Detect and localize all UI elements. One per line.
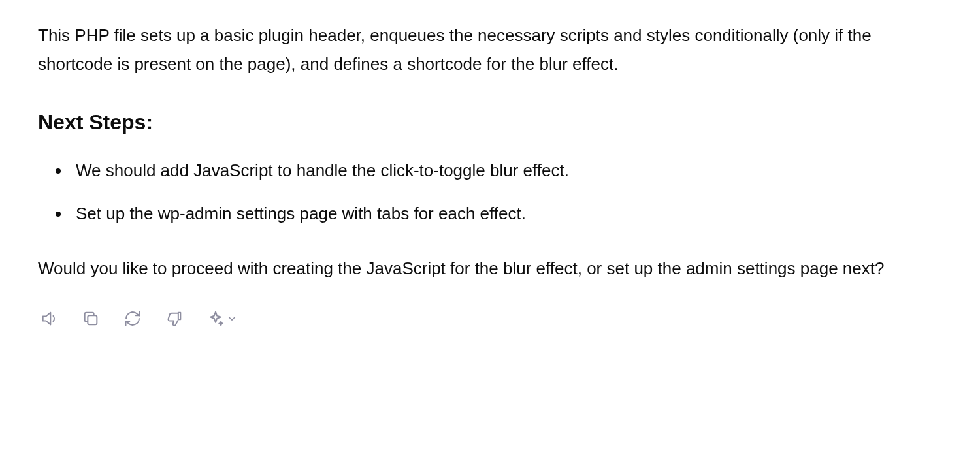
list-item: Set up the wp-admin settings page with t… xyxy=(71,199,942,228)
regenerate-button[interactable] xyxy=(123,309,142,328)
chevron-down-icon xyxy=(226,313,238,324)
thumbs-down-icon xyxy=(165,309,184,328)
bad-response-button[interactable] xyxy=(165,309,184,328)
read-aloud-button[interactable] xyxy=(39,309,59,328)
heading-next-steps: Next Steps: xyxy=(38,104,942,140)
list-item: We should add JavaScript to handle the c… xyxy=(71,156,942,185)
copy-button[interactable] xyxy=(81,309,101,328)
change-model-button[interactable] xyxy=(206,309,238,328)
assistant-message: This PHP file sets up a basic plugin hea… xyxy=(0,0,980,354)
next-steps-list: We should add JavaScript to handle the c… xyxy=(38,156,942,228)
refresh-icon xyxy=(123,309,142,328)
svg-rect-0 xyxy=(88,316,97,325)
copy-icon xyxy=(82,309,100,328)
message-action-bar xyxy=(38,309,942,328)
speaker-icon xyxy=(40,309,58,328)
paragraph-closing: Would you like to proceed with creating … xyxy=(38,254,942,283)
paragraph-intro: This PHP file sets up a basic plugin hea… xyxy=(38,21,942,78)
sparkle-icon xyxy=(206,309,225,328)
